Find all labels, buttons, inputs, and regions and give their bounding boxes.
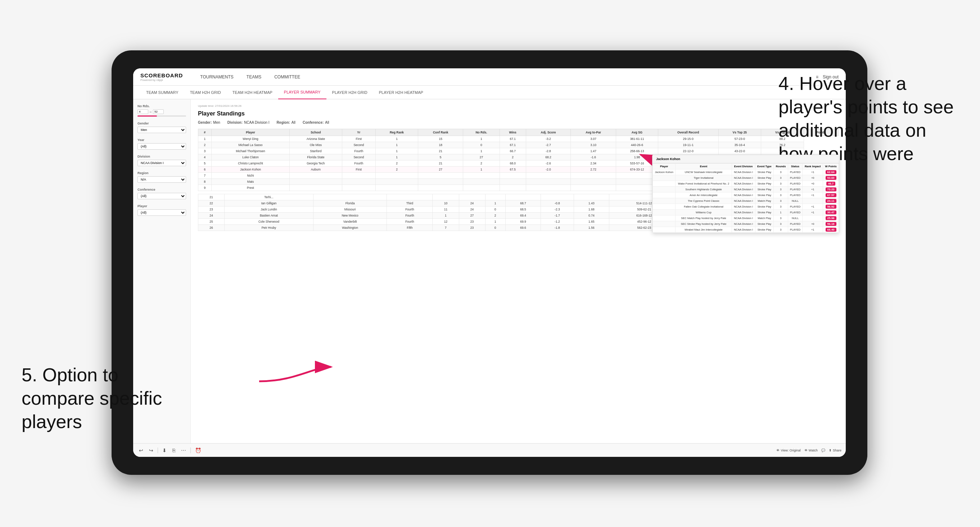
content-area: Update time: 27/01/2024 16:56:26 Player … <box>191 99 846 457</box>
tab-team-summary[interactable]: TEAM SUMMARY <box>140 86 184 99</box>
popup-cell-0-7: 62.64 <box>823 170 839 175</box>
popup-cell-1-5: PLAYED <box>788 175 803 181</box>
conference-select[interactable]: (All) <box>137 193 186 199</box>
tab-player-h2h-heatmap[interactable]: PLAYER H2H HEATMAP <box>373 86 429 99</box>
redo-btn[interactable]: ↪ <box>148 447 155 454</box>
table-cell-5-9: 2.72 <box>571 167 616 173</box>
filter-gender-label: Gender: <box>198 121 212 124</box>
region-select[interactable]: N/A All <box>137 176 186 183</box>
undo-btn[interactable]: ↩ <box>137 447 145 454</box>
clock-btn[interactable]: ⏰ <box>194 447 203 454</box>
table-cell-2-8: -2.8 <box>526 148 570 154</box>
more-cell-5-4: 7 <box>433 225 459 231</box>
no-rds-max-input[interactable] <box>153 110 164 114</box>
tab-player-summary[interactable]: PLAYER SUMMARY <box>278 86 326 99</box>
no-rds-min-input[interactable] <box>137 110 148 114</box>
popup-cell-8-4: 3 <box>774 216 788 221</box>
more-cell-1-7: 68.7 <box>505 200 541 206</box>
table-cell-1-1[interactable]: Michael La Sasso <box>211 142 290 148</box>
nav-item-teams[interactable]: TEAMS <box>240 68 268 86</box>
no-rds-slider[interactable] <box>137 116 186 117</box>
popup-row: Southern Highlands CollegiateNCAA Divisi… <box>653 187 839 192</box>
copy-btn[interactable]: ⎘ <box>171 447 177 454</box>
settings-btn[interactable]: ⋯ <box>180 447 188 454</box>
year-label: Year <box>137 138 186 142</box>
table-cell-8-6 <box>463 185 500 191</box>
more-cell-1-1[interactable]: Ian Gilligan <box>224 200 313 206</box>
th-no-rds: No Rds. <box>463 129 500 136</box>
popup-cell-7-1: Williams Cup <box>676 210 732 216</box>
more-cell-4-9: 1.65 <box>574 219 609 225</box>
popup-th-event: Event <box>676 163 732 170</box>
watch-btn[interactable]: 👁 Watch <box>804 449 818 452</box>
table-cell-4-1[interactable]: Christo Lamprecht <box>211 160 290 167</box>
table-cell-5-1[interactable]: Jackson Kohon <box>211 167 290 173</box>
popup-cell-0-2: NCAA Division I <box>732 170 755 175</box>
more-cell-5-8: -1.8 <box>541 225 574 231</box>
table-cell-8-3 <box>342 185 375 191</box>
table-cell-3-1[interactable]: Luke Claton <box>211 154 290 160</box>
popup-cell-8-0 <box>653 216 676 221</box>
tab-team-h2h-grid[interactable]: TEAM H2H GRID <box>184 86 227 99</box>
more-cell-4-4: 12 <box>433 219 459 225</box>
more-cell-2-0: 23 <box>198 206 224 213</box>
table-cell-6-4 <box>376 173 418 179</box>
table-cell-7-8 <box>526 179 570 185</box>
table-cell-0-1[interactable]: Wenyi Ding <box>211 136 290 142</box>
table-cell-1-9: 3.10 <box>571 142 616 148</box>
popup-cell-4-5: PLAYED <box>788 192 803 198</box>
table-cell-8-1[interactable]: Prest <box>211 185 290 191</box>
year-select[interactable]: (All) <box>137 143 186 150</box>
download-btn[interactable]: ⬇ <box>161 447 168 454</box>
popup-cell-5-0 <box>653 198 676 204</box>
filter-gender-value: Men <box>213 121 220 124</box>
tab-player-h2h-grid[interactable]: PLAYER H2H GRID <box>326 86 373 99</box>
table-cell-7-1[interactable]: Mats <box>211 179 290 185</box>
division-select[interactable]: NCAA Division I NCAA Division II <box>137 160 186 166</box>
share-btn[interactable]: ⬆ Share <box>829 449 842 452</box>
nav-item-tournaments[interactable]: TOURNAMENTS <box>194 68 240 86</box>
more-cell-4-1[interactable]: Cole Sherwood <box>224 219 313 225</box>
table-cell-4-8: -2.6 <box>526 160 570 167</box>
table-cell-3-3: Second <box>342 154 375 160</box>
more-cell-2-4: 11 <box>433 206 459 213</box>
nav-item-committee[interactable]: COMMITTEE <box>268 68 307 86</box>
more-cell-0-7 <box>505 194 541 200</box>
more-cell-0-1[interactable]: Terhi... <box>224 194 313 200</box>
table-cell-2-10: 258-66-13 <box>616 148 658 154</box>
table-cell-6-3 <box>342 173 375 179</box>
table-cell-4-10: 533-57-16 <box>616 160 658 167</box>
conference-label: Conference <box>137 188 186 191</box>
more-cell-3-1[interactable]: Bastien Amat <box>224 213 313 219</box>
more-cell-2-1[interactable]: Jack Lundin <box>224 206 313 213</box>
filters-row: Gender: Men Division: NCAA Division I Re… <box>198 121 838 124</box>
popup-cell-6-6: +1 <box>803 204 823 210</box>
more-cell-2-2: Missouri <box>313 206 387 213</box>
sidebar-division: Division NCAA Division I NCAA Division I… <box>137 155 186 166</box>
table-cell-5-10: 674-33-12 <box>616 167 658 173</box>
popup-cell-10-1: Mirabel Maui Jim Intercollegiate <box>676 227 732 233</box>
table-cell-8-0: 9 <box>198 185 212 191</box>
popup-cell-4-6: +1 <box>803 192 823 198</box>
popup-cell-7-5: PLAYED <box>788 210 803 216</box>
th-wins: Wins <box>500 129 526 136</box>
tab-team-h2h-heatmap[interactable]: TEAM H2H HEATMAP <box>227 86 278 99</box>
popup-cell-3-2: NCAA Division I <box>732 187 755 192</box>
table-cell-3-4: 1 <box>376 154 418 160</box>
table-cell-4-9: 2.34 <box>571 160 616 167</box>
more-cell-3-6: 2 <box>485 213 505 219</box>
view-original-btn[interactable]: 👁 View: Original <box>776 449 800 452</box>
player-select[interactable]: (All) <box>137 210 186 216</box>
table-cell-6-1[interactable]: Nichi <box>211 173 290 179</box>
feedback-btn[interactable]: 💬 <box>821 449 825 452</box>
more-cell-1-9: 1.43 <box>574 200 609 206</box>
filter-division-label: Division: <box>228 121 243 124</box>
more-cell-5-1[interactable]: Petr Hruby <box>224 225 313 231</box>
popup-cell-1-2: NCAA Division I <box>732 175 755 181</box>
logo-sub: Powered by clippi <box>140 78 183 82</box>
popup-cell-2-5: PLAYED <box>788 181 803 187</box>
sidebar-player: Player (All) <box>137 204 186 216</box>
more-cell-0-9 <box>574 194 609 200</box>
gender-select[interactable]: Men Women All <box>137 127 186 133</box>
table-cell-2-1[interactable]: Michael Thorbjornsen <box>211 148 290 154</box>
